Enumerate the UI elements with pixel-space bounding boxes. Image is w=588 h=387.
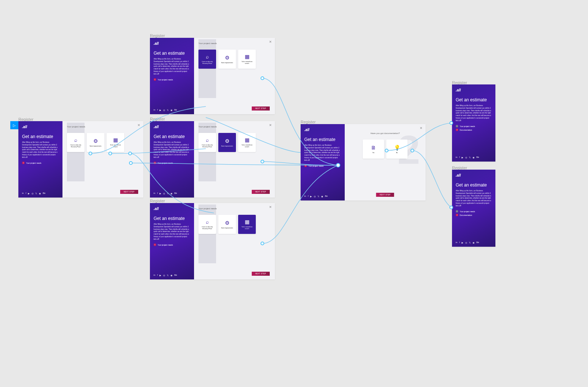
search-icon: ⌕	[206, 137, 209, 143]
sidebar-step-1: 1Your project needs	[154, 78, 190, 81]
card-scratch[interactable]: ▦To be created from scratch	[238, 215, 256, 234]
artboard-step1-card1: .all Get an estimate After filling up th…	[150, 121, 275, 198]
sidebar-step-2: 2Documentation	[456, 214, 492, 216]
next-step-button[interactable]: NEXT STEP	[252, 190, 270, 194]
logo: .all	[22, 125, 59, 129]
scratch-icon: ▦	[113, 137, 118, 143]
sidebar-step-1: 1Your project needs	[22, 162, 59, 164]
card-scratch[interactable]: ▦To be created from scratch	[107, 133, 124, 152]
sidebar-description: After filling up this form, our Business…	[456, 105, 492, 122]
next-step-button[interactable]: NEXT STEP	[252, 272, 270, 276]
logo: .all	[456, 88, 492, 92]
card-idea-only[interactable]: ⌕I have an idea only Discovery Phase	[198, 215, 216, 234]
sidebar-description: After filling up this form, our Business…	[154, 223, 190, 240]
scratch-icon: ▦	[245, 219, 250, 225]
improve-icon: ⚙	[225, 220, 230, 226]
logo: .all	[304, 128, 341, 132]
sidebar-step-1: 1Your project needs	[154, 162, 190, 164]
sidebar-title: Get an estimate	[456, 182, 492, 188]
scratch-icon: ▦	[245, 137, 250, 143]
bulb-icon: 💡	[394, 145, 400, 151]
close-icon[interactable]: ✕	[420, 126, 423, 130]
social-icons: inf▶◎𝕏◉Bē	[154, 109, 177, 111]
sidebar-step-1: 1Your project needs	[154, 243, 190, 246]
social-icons: inf▶◎𝕏◉Bē	[456, 156, 479, 159]
section-title: Your project needs	[198, 207, 270, 210]
card-doc-no[interactable]: 💡No	[386, 140, 408, 159]
sidebar-step-1: 1Your project needs	[456, 125, 492, 127]
social-icons: inf▶◎𝕏◉Bē	[456, 241, 479, 244]
frame-label: Register	[301, 120, 316, 124]
sidebar-title: Get an estimate	[304, 137, 341, 142]
frame-label: Register	[150, 199, 165, 203]
sidebar-title: Get an estimate	[22, 134, 59, 139]
card-scratch[interactable]: ▦To be created from scratch	[238, 133, 256, 152]
sidebar-title: Get an estimate	[154, 134, 190, 139]
card-idea-only[interactable]: ⌕I have an idea only Discovery Phase	[198, 50, 216, 69]
social-icons: inf▶◎𝕏◉Bē	[304, 195, 328, 198]
logo: .all	[154, 125, 190, 129]
social-icons: inf▶◎𝕏◉Bē	[154, 274, 177, 276]
frame-label: Register	[150, 33, 165, 38]
section-title: Your project needs	[67, 126, 139, 128]
document-icon: 🗎	[371, 145, 376, 151]
section-title: Your project needs	[198, 126, 270, 128]
sidebar-step-1: 1Your project needs	[456, 210, 492, 213]
card-idea-only[interactable]: ⌕I have an idea only Discovery Phase	[67, 133, 85, 152]
sidebar-description: After filling up this form, our Business…	[22, 141, 59, 159]
logo: .all	[154, 41, 190, 46]
next-step-button[interactable]: NEXT STEP	[376, 193, 394, 197]
artboard-step1-card0: .all Get an estimate After filling up th…	[150, 38, 275, 114]
card-improvements[interactable]: ⚙Some improvements	[218, 133, 236, 152]
next-step-button[interactable]: NEXT STEP	[120, 190, 138, 194]
sidebar-description: After filling up this form, our Business…	[456, 190, 492, 207]
card-scratch[interactable]: ▦To be created from scratch	[238, 50, 256, 69]
section-title: Your project needs	[198, 42, 270, 44]
artboard-step1-card2: .all Get an estimate After filling up th…	[150, 203, 275, 279]
frame-label: Register	[150, 117, 165, 121]
sidebar-step-1: 1Your project needs	[304, 164, 341, 167]
sidebar-title: Get an estimate	[154, 216, 190, 221]
card-idea-only[interactable]: ⌕I have an idea only Discovery Phase	[198, 133, 216, 152]
artboard-sidebar-b: .all Get an estimate After filling up th…	[452, 170, 495, 247]
sidebar-title: Get an estimate	[154, 51, 190, 56]
improve-icon: ⚙	[225, 138, 230, 144]
search-icon: ⌕	[74, 137, 77, 143]
artboard-step2: .all Get an estimate After filling up th…	[301, 124, 426, 200]
artboard-step1-none: .all Get an estimate After filling up th…	[18, 121, 143, 198]
social-icons: inf▶◎𝕏◉Bē	[154, 192, 177, 195]
card-improvements[interactable]: ⚙Some improvements	[218, 50, 236, 69]
sidebar-description: After filling up this form, our Business…	[304, 144, 341, 162]
next-step-button[interactable]: NEXT STEP	[252, 106, 270, 111]
artboard-sidebar-a: .all Get an estimate After filling up th…	[452, 84, 495, 162]
search-icon: ⌕	[206, 219, 209, 225]
play-prototype-icon[interactable]: ▷	[10, 121, 18, 129]
logo: .all	[456, 173, 492, 177]
section-title: Have you got documentation?	[349, 132, 421, 134]
sidebar-step-2: 2Documentation	[456, 129, 492, 131]
logo: .all	[154, 207, 190, 211]
sidebar-title: Get an estimate	[456, 97, 492, 102]
card-improvements[interactable]: ⚙Some improvements	[218, 215, 236, 234]
card-improvements[interactable]: ⚙Some improvements	[87, 133, 104, 152]
sidebar-description: After filling up this form, our Business…	[154, 141, 190, 159]
card-doc-yes[interactable]: 🗎Yes	[363, 140, 384, 159]
improve-icon: ⚙	[93, 138, 98, 144]
improve-icon: ⚙	[225, 55, 230, 61]
sidebar-description: After filling up this form, our Business…	[154, 58, 190, 75]
search-icon: ⌕	[206, 54, 209, 59]
social-icons: inf▶◎𝕏◉Bē	[22, 192, 46, 195]
scratch-icon: ▦	[245, 54, 250, 59]
